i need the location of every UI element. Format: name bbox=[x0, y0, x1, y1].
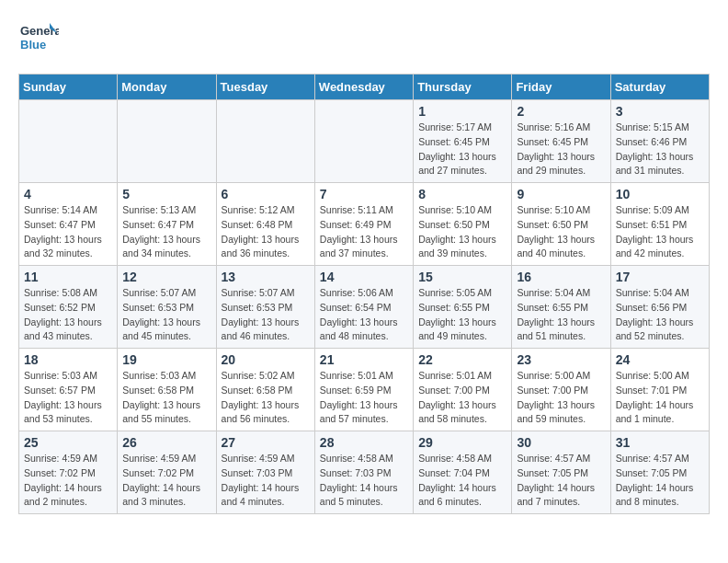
col-header-wednesday: Wednesday bbox=[314, 75, 413, 100]
day-detail: Sunrise: 5:00 AMSunset: 7:00 PMDaylight:… bbox=[517, 369, 605, 427]
day-detail: Sunrise: 4:59 AMSunset: 7:03 PMDaylight:… bbox=[222, 452, 310, 510]
calendar-cell: 15Sunrise: 5:05 AMSunset: 6:55 PMDayligh… bbox=[414, 266, 512, 349]
day-number: 6 bbox=[222, 187, 310, 201]
day-detail: Sunrise: 5:03 AMSunset: 6:58 PMDaylight:… bbox=[122, 369, 210, 427]
day-number: 22 bbox=[418, 352, 506, 367]
calendar-cell: 24Sunrise: 5:00 AMSunset: 7:01 PMDayligh… bbox=[610, 349, 709, 431]
calendar-cell: 22Sunrise: 5:01 AMSunset: 7:00 PMDayligh… bbox=[414, 349, 512, 431]
day-number: 27 bbox=[222, 435, 310, 450]
logo-icon: General Blue bbox=[18, 18, 59, 59]
day-detail: Sunrise: 5:02 AMSunset: 6:58 PMDaylight:… bbox=[222, 369, 310, 427]
week-row-3: 11Sunrise: 5:08 AMSunset: 6:52 PMDayligh… bbox=[19, 266, 710, 349]
day-number: 18 bbox=[24, 352, 112, 367]
day-number: 13 bbox=[222, 270, 310, 284]
day-number: 5 bbox=[122, 187, 210, 201]
day-detail: Sunrise: 4:57 AMSunset: 7:05 PMDaylight:… bbox=[616, 452, 704, 510]
calendar-cell: 11Sunrise: 5:08 AMSunset: 6:52 PMDayligh… bbox=[19, 266, 118, 349]
calendar-cell: 7Sunrise: 5:11 AMSunset: 6:49 PMDaylight… bbox=[314, 183, 413, 266]
calendar-cell: 14Sunrise: 5:06 AMSunset: 6:54 PMDayligh… bbox=[314, 266, 413, 349]
calendar-table: SundayMondayTuesdayWednesdayThursdayFrid… bbox=[18, 74, 710, 514]
svg-text:General: General bbox=[20, 24, 59, 38]
calendar-cell: 1Sunrise: 5:17 AMSunset: 6:45 PMDaylight… bbox=[414, 100, 512, 183]
day-number: 25 bbox=[24, 435, 112, 450]
day-detail: Sunrise: 5:10 AMSunset: 6:50 PMDaylight:… bbox=[517, 203, 605, 261]
day-detail: Sunrise: 5:07 AMSunset: 6:53 PMDaylight:… bbox=[222, 286, 310, 344]
calendar-cell: 12Sunrise: 5:07 AMSunset: 6:53 PMDayligh… bbox=[118, 266, 216, 349]
calendar-cell: 3Sunrise: 5:15 AMSunset: 6:46 PMDaylight… bbox=[610, 100, 709, 183]
day-number: 3 bbox=[616, 104, 704, 119]
calendar-cell: 29Sunrise: 4:58 AMSunset: 7:04 PMDayligh… bbox=[414, 431, 512, 514]
col-header-thursday: Thursday bbox=[414, 75, 512, 100]
day-detail: Sunrise: 5:12 AMSunset: 6:48 PMDaylight:… bbox=[222, 203, 310, 261]
calendar-cell: 21Sunrise: 5:01 AMSunset: 6:59 PMDayligh… bbox=[314, 349, 413, 431]
calendar-cell: 2Sunrise: 5:16 AMSunset: 6:45 PMDaylight… bbox=[512, 100, 610, 183]
day-detail: Sunrise: 4:58 AMSunset: 7:03 PMDaylight:… bbox=[320, 452, 408, 510]
calendar-cell: 19Sunrise: 5:03 AMSunset: 6:58 PMDayligh… bbox=[118, 349, 216, 431]
day-number: 19 bbox=[122, 352, 210, 367]
day-number: 1 bbox=[418, 104, 506, 119]
calendar-cell: 6Sunrise: 5:12 AMSunset: 6:48 PMDaylight… bbox=[216, 183, 314, 266]
day-detail: Sunrise: 5:04 AMSunset: 6:55 PMDaylight:… bbox=[517, 286, 605, 344]
day-number: 11 bbox=[24, 270, 112, 284]
header-row: SundayMondayTuesdayWednesdayThursdayFrid… bbox=[19, 75, 710, 100]
day-detail: Sunrise: 5:01 AMSunset: 6:59 PMDaylight:… bbox=[320, 369, 408, 427]
week-row-5: 25Sunrise: 4:59 AMSunset: 7:02 PMDayligh… bbox=[19, 431, 710, 514]
day-number: 20 bbox=[222, 352, 310, 367]
day-number: 4 bbox=[24, 187, 112, 201]
day-detail: Sunrise: 4:57 AMSunset: 7:05 PMDaylight:… bbox=[517, 452, 605, 510]
calendar-cell: 30Sunrise: 4:57 AMSunset: 7:05 PMDayligh… bbox=[512, 431, 610, 514]
day-detail: Sunrise: 5:08 AMSunset: 6:52 PMDaylight:… bbox=[24, 286, 112, 344]
day-detail: Sunrise: 5:09 AMSunset: 6:51 PMDaylight:… bbox=[616, 203, 704, 261]
week-row-2: 4Sunrise: 5:14 AMSunset: 6:47 PMDaylight… bbox=[19, 183, 710, 266]
calendar-cell bbox=[314, 100, 413, 183]
calendar-cell: 16Sunrise: 5:04 AMSunset: 6:55 PMDayligh… bbox=[512, 266, 610, 349]
day-number: 8 bbox=[418, 187, 506, 201]
col-header-saturday: Saturday bbox=[610, 75, 709, 100]
calendar-cell: 9Sunrise: 5:10 AMSunset: 6:50 PMDaylight… bbox=[512, 183, 610, 266]
calendar-cell: 4Sunrise: 5:14 AMSunset: 6:47 PMDaylight… bbox=[19, 183, 118, 266]
calendar-cell: 10Sunrise: 5:09 AMSunset: 6:51 PMDayligh… bbox=[610, 183, 709, 266]
calendar-cell: 23Sunrise: 5:00 AMSunset: 7:00 PMDayligh… bbox=[512, 349, 610, 431]
day-number: 14 bbox=[320, 270, 408, 284]
calendar-cell: 5Sunrise: 5:13 AMSunset: 6:47 PMDaylight… bbox=[118, 183, 216, 266]
day-number: 24 bbox=[616, 352, 704, 367]
day-number: 10 bbox=[616, 187, 704, 201]
calendar-cell bbox=[118, 100, 216, 183]
day-detail: Sunrise: 5:13 AMSunset: 6:47 PMDaylight:… bbox=[122, 203, 210, 261]
day-number: 2 bbox=[517, 104, 605, 119]
day-detail: Sunrise: 5:11 AMSunset: 6:49 PMDaylight:… bbox=[320, 203, 408, 261]
day-detail: Sunrise: 5:06 AMSunset: 6:54 PMDaylight:… bbox=[320, 286, 408, 344]
day-number: 23 bbox=[517, 352, 605, 367]
day-number: 28 bbox=[320, 435, 408, 450]
week-row-1: 1Sunrise: 5:17 AMSunset: 6:45 PMDaylight… bbox=[19, 100, 710, 183]
page-header: General Blue bbox=[18, 18, 710, 59]
calendar-cell bbox=[216, 100, 314, 183]
day-number: 16 bbox=[517, 270, 605, 284]
svg-text:Blue: Blue bbox=[20, 38, 46, 52]
calendar-cell: 27Sunrise: 4:59 AMSunset: 7:03 PMDayligh… bbox=[216, 431, 314, 514]
calendar-cell: 26Sunrise: 4:59 AMSunset: 7:02 PMDayligh… bbox=[118, 431, 216, 514]
day-detail: Sunrise: 5:17 AMSunset: 6:45 PMDaylight:… bbox=[418, 121, 506, 178]
day-number: 7 bbox=[320, 187, 408, 201]
day-number: 9 bbox=[517, 187, 605, 201]
calendar-cell: 18Sunrise: 5:03 AMSunset: 6:57 PMDayligh… bbox=[19, 349, 118, 431]
day-detail: Sunrise: 5:04 AMSunset: 6:56 PMDaylight:… bbox=[616, 286, 704, 344]
day-detail: Sunrise: 5:05 AMSunset: 6:55 PMDaylight:… bbox=[418, 286, 506, 344]
day-detail: Sunrise: 4:58 AMSunset: 7:04 PMDaylight:… bbox=[418, 452, 506, 510]
day-number: 26 bbox=[122, 435, 210, 450]
calendar-cell bbox=[19, 100, 118, 183]
day-number: 21 bbox=[320, 352, 408, 367]
day-detail: Sunrise: 5:01 AMSunset: 7:00 PMDaylight:… bbox=[418, 369, 506, 427]
calendar-cell: 31Sunrise: 4:57 AMSunset: 7:05 PMDayligh… bbox=[610, 431, 709, 514]
day-number: 31 bbox=[616, 435, 704, 450]
col-header-tuesday: Tuesday bbox=[216, 75, 314, 100]
day-detail: Sunrise: 5:07 AMSunset: 6:53 PMDaylight:… bbox=[122, 286, 210, 344]
day-number: 12 bbox=[122, 270, 210, 284]
day-detail: Sunrise: 5:10 AMSunset: 6:50 PMDaylight:… bbox=[418, 203, 506, 261]
day-number: 15 bbox=[418, 270, 506, 284]
day-detail: Sunrise: 5:15 AMSunset: 6:46 PMDaylight:… bbox=[616, 121, 704, 178]
calendar-cell: 25Sunrise: 4:59 AMSunset: 7:02 PMDayligh… bbox=[19, 431, 118, 514]
day-detail: Sunrise: 4:59 AMSunset: 7:02 PMDaylight:… bbox=[122, 452, 210, 510]
col-header-sunday: Sunday bbox=[19, 75, 118, 100]
calendar-cell: 17Sunrise: 5:04 AMSunset: 6:56 PMDayligh… bbox=[610, 266, 709, 349]
